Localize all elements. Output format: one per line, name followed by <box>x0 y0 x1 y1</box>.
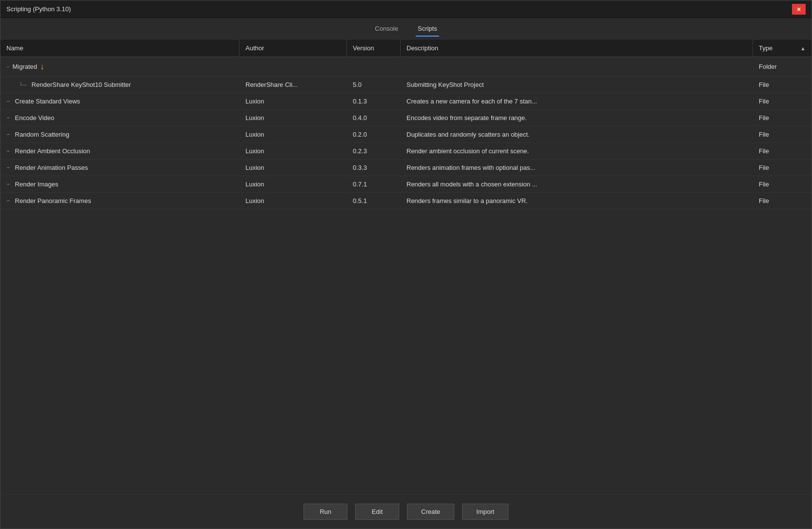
description-cell-render-panoramic: Renders frames similar to a panoramic VR… <box>401 193 753 209</box>
table-row[interactable]: − Create Standard Views Luxion 0.1.3 Cre… <box>0 93 812 110</box>
description-cell-create-standard: Creates a new camera for each of the 7 s… <box>401 93 753 109</box>
orange-arrow-icon: ↓ <box>40 61 44 72</box>
col-header-type[interactable]: Type ▲ <box>753 40 812 57</box>
edit-button[interactable]: Edit <box>355 504 399 520</box>
folder-collapse-icon: − <box>6 64 9 70</box>
author-cell-random-scattering: Luxion <box>240 126 347 142</box>
content-area: Name Author Version Description Type ▲ −… <box>0 40 812 494</box>
row-name-rendershare: RenderShare KeyShot10 Submitter <box>32 81 131 88</box>
description-cell-encode-video: Encodes video from separate frame range. <box>401 110 753 126</box>
name-cell-migrated: − Migrated ↓ <box>0 57 240 76</box>
table-row[interactable]: − Render Ambient Occlusion Luxion 0.2.3 … <box>0 143 812 160</box>
version-cell-render-ambient: 0.2.3 <box>347 143 401 159</box>
description-cell-render-ambient: Render ambient occlusion of current scen… <box>401 143 753 159</box>
tab-scripts[interactable]: Scripts <box>416 21 439 36</box>
version-cell-rendershare: 5.0 <box>347 77 401 93</box>
dash-icon: − <box>6 164 10 171</box>
type-cell-random-scattering: File <box>753 126 812 142</box>
author-cell-render-animation: Luxion <box>240 160 347 176</box>
type-cell-migrated: Folder <box>753 59 812 75</box>
dash-icon: − <box>6 147 10 155</box>
sort-arrow-icon: ▲ <box>800 45 806 51</box>
name-cell-render-animation: − Render Animation Passes <box>0 160 240 176</box>
run-button[interactable]: Run <box>304 504 347 520</box>
row-name-create-standard: Create Standard Views <box>15 98 80 105</box>
type-cell-render-ambient: File <box>753 143 812 159</box>
version-cell-migrated <box>347 62 401 71</box>
name-cell-create-standard: − Create Standard Views <box>0 93 240 109</box>
tree-branch-icon: └─ <box>19 82 27 88</box>
name-cell-random-scattering: − Random Scattering <box>0 126 240 142</box>
author-cell-render-panoramic: Luxion <box>240 193 347 209</box>
dash-icon: − <box>6 181 10 188</box>
col-header-name[interactable]: Name <box>0 40 240 57</box>
table-row[interactable]: − Random Scattering Luxion 0.2.0 Duplica… <box>0 126 812 143</box>
table-row[interactable]: − Render Panoramic Frames Luxion 0.5.1 R… <box>0 193 812 209</box>
import-button[interactable]: Import <box>462 504 508 520</box>
author-cell-create-standard: Luxion <box>240 93 347 109</box>
type-cell-encode-video: File <box>753 110 812 126</box>
table-body: − Migrated ↓ Folder └─ RenderShare KeySh… <box>0 57 812 494</box>
author-cell-render-ambient: Luxion <box>240 143 347 159</box>
bottom-bar: Run Edit Create Import <box>0 494 812 529</box>
name-cell-rendershare: └─ RenderShare KeyShot10 Submitter <box>0 77 240 93</box>
version-cell-create-standard: 0.1.3 <box>347 93 401 109</box>
type-cell-render-animation: File <box>753 160 812 176</box>
description-cell-render-images: Renders all models with a chosen extensi… <box>401 176 753 192</box>
dash-icon: − <box>6 114 10 122</box>
row-name-render-images: Render Images <box>15 181 59 188</box>
row-name-render-panoramic: Render Panoramic Frames <box>15 197 91 204</box>
description-cell-render-animation: Renders animation frames with optional p… <box>401 160 753 176</box>
description-cell-rendershare: Submitting KeyShot Project <box>401 77 753 93</box>
row-name-encode-video: Encode Video <box>15 114 55 122</box>
col-header-description[interactable]: Description <box>401 40 753 57</box>
table-header: Name Author Version Description Type ▲ <box>0 40 812 57</box>
version-cell-random-scattering: 0.2.0 <box>347 126 401 142</box>
table-row[interactable]: − Render Images Luxion 0.7.1 Renders all… <box>0 176 812 193</box>
author-cell-migrated <box>240 62 347 71</box>
title-bar: Scripting (Python 3.10) × <box>0 0 812 18</box>
name-cell-render-ambient: − Render Ambient Occlusion <box>0 143 240 159</box>
author-cell-rendershare: RenderShare Cli... <box>240 77 347 93</box>
description-cell-random-scattering: Duplicates and randomly scatters an obje… <box>401 126 753 142</box>
tab-console[interactable]: Console <box>373 21 400 36</box>
name-cell-encode-video: − Encode Video <box>0 110 240 126</box>
close-button[interactable]: × <box>792 4 806 15</box>
table-row[interactable]: − Render Animation Passes Luxion 0.3.3 R… <box>0 160 812 176</box>
col-header-author[interactable]: Author <box>240 40 347 57</box>
tab-bar: Console Scripts <box>0 18 812 40</box>
table-row[interactable]: − Migrated ↓ Folder <box>0 57 812 77</box>
type-cell-render-images: File <box>753 176 812 192</box>
author-cell-render-images: Luxion <box>240 176 347 192</box>
row-name-render-ambient: Render Ambient Occlusion <box>15 147 90 155</box>
row-name-migrated: Migrated <box>12 63 37 70</box>
dash-icon: − <box>6 98 10 105</box>
description-cell-migrated <box>401 62 753 71</box>
table-row[interactable]: − Encode Video Luxion 0.4.0 Encodes vide… <box>0 110 812 126</box>
window-title: Scripting (Python 3.10) <box>6 5 71 13</box>
row-name-render-animation: Render Animation Passes <box>15 164 88 171</box>
version-cell-encode-video: 0.4.0 <box>347 110 401 126</box>
version-cell-render-animation: 0.3.3 <box>347 160 401 176</box>
type-cell-render-panoramic: File <box>753 193 812 209</box>
table-row[interactable]: └─ RenderShare KeyShot10 Submitter Rende… <box>0 77 812 93</box>
type-cell-rendershare: File <box>753 77 812 93</box>
col-header-version[interactable]: Version <box>347 40 401 57</box>
main-window: Scripting (Python 3.10) × Console Script… <box>0 0 812 529</box>
name-cell-render-images: − Render Images <box>0 176 240 192</box>
dash-icon: − <box>6 197 10 204</box>
version-cell-render-panoramic: 0.5.1 <box>347 193 401 209</box>
version-cell-render-images: 0.7.1 <box>347 176 401 192</box>
type-cell-create-standard: File <box>753 93 812 109</box>
row-name-random-scattering: Random Scattering <box>15 131 69 138</box>
dash-icon: − <box>6 131 10 138</box>
create-button[interactable]: Create <box>407 504 454 520</box>
author-cell-encode-video: Luxion <box>240 110 347 126</box>
name-cell-render-panoramic: − Render Panoramic Frames <box>0 193 240 209</box>
